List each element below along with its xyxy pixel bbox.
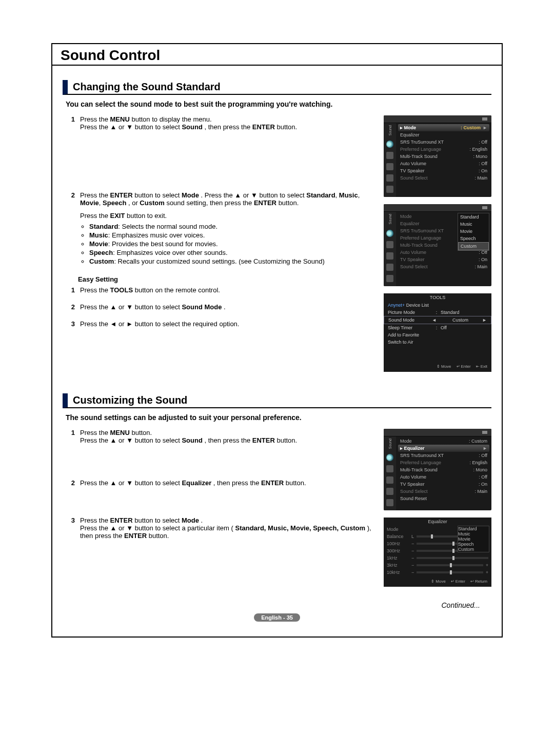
s2-step3: 3 Press the ENTER button to select Mode … [63,516,379,540]
osd-row-tvspk: TV Speaker: On [398,256,489,263]
t: Press the ▲ or ▼ button to select [80,479,182,487]
eq-popup-custom[interactable]: Custom [458,547,489,552]
num-1: 1 [63,115,80,131]
easy-setting-head: Easy Setting [78,275,379,283]
left-arrow-icon[interactable]: ◄ [432,317,437,323]
osd-row-mode[interactable]: ▸ Mode : Custom ► [398,124,489,131]
num-3b: 3 [63,320,80,328]
tools-device-list[interactable]: Anynet+ Device List [384,302,491,309]
slider-knob[interactable] [452,549,454,553]
osd-sound-menu-3: Sound Mode: Custom ▸ Equalizer ► [384,429,491,510]
enter-btn-text: ENTER [254,199,276,207]
slider-knob[interactable] [431,534,433,539]
osd-sound-menu-1: Sound ▸ Mode : Custom ► [384,115,491,197]
slider-knob[interactable] [452,556,454,560]
osd-row-mts[interactable]: Multi-Track Sound: Mono [398,153,489,160]
page-title: Sound Control [61,47,493,64]
tools-title: TOOLS [384,293,491,302]
section2-list2: 2 Press the ▲ or ▼ button to select Equa… [63,479,379,487]
easy-list: 1 Press the TOOLS button on the remote c… [63,286,379,328]
chevron-right-icon: ► [483,446,487,451]
popup-movie[interactable]: Movie [458,228,489,235]
mode-word: Mode [182,191,199,199]
osd-sound-tab-label: Sound [388,125,392,135]
custom-word: Custom [140,199,164,207]
slider-bar[interactable] [417,564,483,566]
slider-knob[interactable] [450,563,452,567]
tools-sound-mode[interactable]: Sound Mode ◄ Custom ► [384,316,491,324]
t: , then press the [205,123,252,131]
slider-knob[interactable] [452,542,454,546]
slider-bar[interactable] [417,557,488,559]
eq-row-10khz[interactable]: 10kHz−+ [384,569,491,576]
osd-row-srs[interactable]: SRS TruSurround XT: Off [398,138,489,146]
osd-topbar [384,115,491,123]
section1-heading: Changing the Sound Standard [63,80,491,95]
tab-icon [386,488,393,495]
page-frame: Sound Control Changing the Sound Standar… [51,43,503,638]
slider-bar[interactable] [417,571,483,573]
eq-row-1khz[interactable]: 1kHz− [384,554,491,562]
osd-row-autovol[interactable]: Auto Volume: Off [398,160,489,167]
t: Enter [461,364,471,369]
osd-row-autovol[interactable]: Auto Volume: Off [398,473,489,481]
popup-custom[interactable]: Custom [458,242,489,250]
eq-row-3khz[interactable]: 3kHz−+ [384,562,491,569]
section1-list2: 2 Press the ENTER button to select Mode … [63,191,379,266]
b: Speech [89,249,113,256]
section2-list3: 3 Press the ENTER button to select Mode … [63,516,379,540]
osd-row-tvspk[interactable]: TV Speaker: On [398,481,489,488]
t: . [201,516,203,524]
easy-1: 1 Press the TOOLS button on the remote c… [63,286,379,294]
eq-popup-movie[interactable]: Movie [458,536,489,542]
tools-switch-air[interactable]: Switch to Air [384,339,491,346]
t: . Press the ▲ or ▼ button to select [201,191,307,199]
b: Custom [89,257,114,265]
t: button to display the menu. [131,115,211,123]
osd-list: Mode Equalizer SRS TruSurround XT Prefer… [396,212,491,286]
screenshots-col-1: Sound ▸ Mode : Custom ► [384,115,491,379]
right-arrow-icon[interactable]: ► [482,317,487,323]
popup-standard[interactable]: Standard [458,213,489,221]
enter-btn-text: ENTER [252,123,275,131]
osd-sound-tab-label: Sound [388,439,392,449]
tools-picture-mode[interactable]: Picture Mode:Standard [384,309,491,316]
tab-icon [386,476,393,484]
t: Move [441,364,451,369]
t: Press the ▲ or ▼ button to select Equali… [80,479,379,487]
t: Press the ▲ or ▼ button to select [80,436,182,444]
page-number-badge: English - 35 [254,613,300,622]
tools-add-favorite[interactable]: Add to Favorite [384,331,491,339]
popup-speech[interactable]: Speech [458,235,489,242]
step1-2: 2 Press the ENTER button to select Mode … [63,191,379,266]
s2-step2: 2 Press the ▲ or ▼ button to select Equa… [63,479,379,487]
t: button. [276,123,297,131]
osd-row-equalizer[interactable]: ▸ Equalizer ► [398,445,489,452]
movie-word: Movie [80,199,99,207]
t: : Provides the best sound for movies. [108,240,218,248]
osd-side-tabs: Sound [384,123,396,197]
t: button. [149,532,169,540]
t: Press the [80,212,110,220]
osd-row-sreset[interactable]: Sound Reset [398,495,489,502]
popup-music[interactable]: Music [458,221,489,228]
tools-footer: ⇕Move ↵Enter ⇤Exit [384,361,491,370]
eq-popup-music[interactable]: Music [458,531,489,536]
osd-row-equalizer[interactable]: Equalizer [398,131,489,138]
t: Press the ▲ or ▼ button to select Sound … [80,303,379,311]
sound-icon [386,230,393,237]
osd-sound-menu-2: Sound Mode Equalizer SRS TruSurround XT … [384,204,491,286]
osd-row-mts[interactable]: Multi-Track Sound: Mono [398,466,489,473]
t: Move [436,579,446,584]
osd-row-mode[interactable]: Mode: Custom [398,437,489,445]
osd-topbar [384,429,491,436]
step1-1: 1 Press the MENU button to display the m… [63,115,379,131]
eq-popup-standard[interactable]: Standard [458,526,489,531]
tab-icon [386,163,393,170]
slider-knob[interactable] [450,570,452,574]
osd-row-tvspk[interactable]: TV Speaker: On [398,167,489,174]
eq-popup-speech[interactable]: Speech [458,542,489,547]
section2-list: 1 Press the MENU button. Press the ▲ or … [63,429,379,444]
osd-row-srs[interactable]: SRS TruSurround XT: Off [398,452,489,459]
tools-sleep-timer[interactable]: Sleep Timer:Off [384,324,491,331]
